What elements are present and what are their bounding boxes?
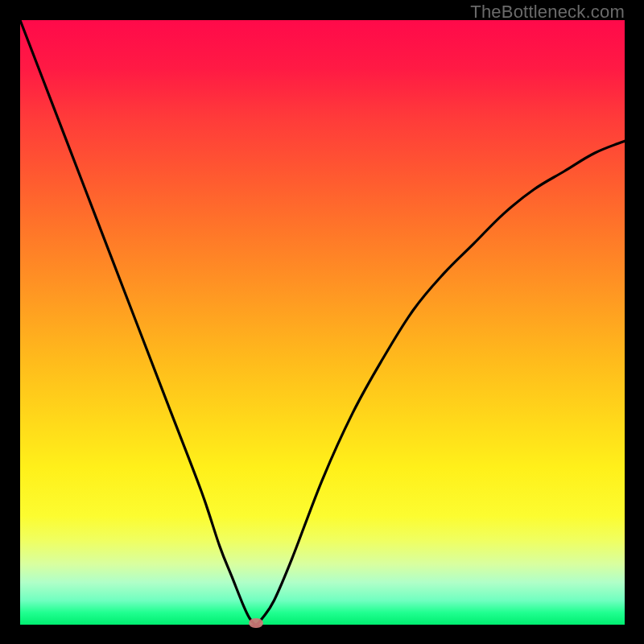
optimal-point-marker (249, 618, 263, 628)
plot-area (20, 20, 625, 625)
bottleneck-curve (20, 20, 625, 625)
chart-frame: TheBottleneck.com (0, 0, 644, 644)
